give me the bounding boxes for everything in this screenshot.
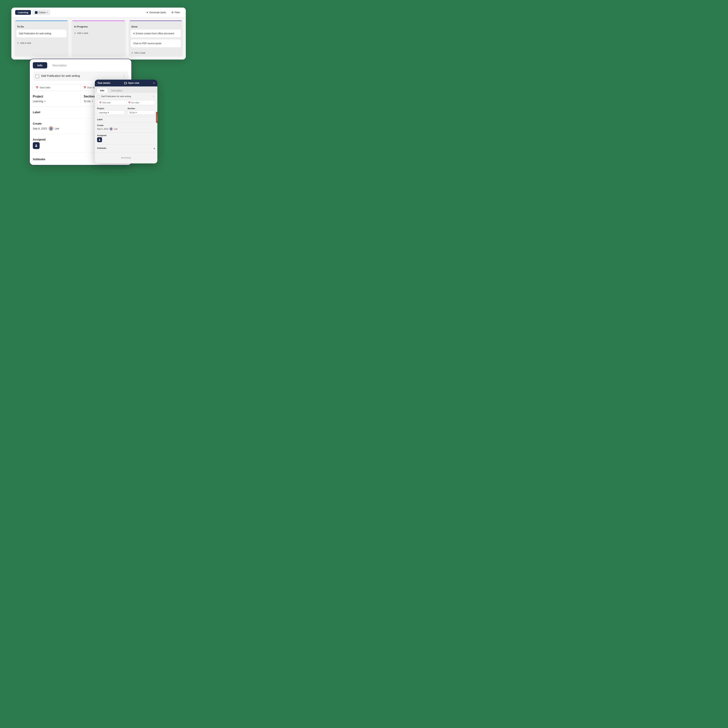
subtasks-heading: Subtasks	[33, 158, 46, 161]
tab-description-small[interactable]: Description	[108, 88, 125, 93]
small-subtasks-row: Subtasks +	[97, 146, 155, 151]
calendar-icon: 📅	[36, 86, 38, 89]
small-assigned-section: Assigned	[97, 134, 155, 142]
svg-point-0	[36, 144, 37, 145]
small-create-section: Create Sep 6, 2023 👤 Lee	[97, 124, 155, 131]
chevron-down-icon: ▾	[92, 100, 93, 102]
start-date-button[interactable]: 📅 Start date	[33, 84, 81, 91]
small-assigned-avatar[interactable]	[97, 137, 102, 142]
small-project-value: Learning	[99, 112, 107, 114]
task-card-chat[interactable]: Chat on PDF source quote	[131, 40, 181, 47]
task-text: Extract content from office document	[136, 32, 174, 35]
small-avatar: 👤	[109, 127, 113, 131]
inprogress-bar	[72, 20, 125, 21]
inprogress-header: In Progress	[72, 23, 125, 29]
column-done: Done Extract content from office documen…	[129, 20, 183, 57]
task-text: Dall Publication for web writing	[19, 32, 51, 35]
feedback-tab-small[interactable]: Feedback	[156, 112, 158, 123]
tab-description-large[interactable]: Description	[48, 62, 71, 69]
task-checkbox-small[interactable]	[97, 96, 100, 98]
task-more-button[interactable]: ⋮	[122, 74, 126, 78]
small-section-dropdown[interactable]: To Do ▾	[128, 110, 155, 115]
small-divider	[97, 116, 155, 117]
add-subtask-button-small[interactable]: +	[154, 147, 155, 150]
small-project-col: Project Learning ▾	[97, 107, 125, 115]
task-card-extract[interactable]: Extract content from office document	[131, 29, 181, 38]
add-task-button-inprogress[interactable]: + Add a task	[72, 29, 91, 37]
filter-icon: ⚙	[171, 11, 174, 14]
small-subtasks-heading: Subtasks	[97, 147, 106, 149]
close-button[interactable]: ×	[153, 81, 155, 84]
column-todo: To Do Dall Publication for web writing +…	[14, 20, 69, 57]
chevron-down-icon: ▾	[108, 111, 109, 114]
tab-caban[interactable]: Caban ▾	[32, 10, 50, 15]
board-columns: To Do Dall Publication for web writing +…	[11, 17, 186, 60]
small-panel-header: Task details Open chat ×	[95, 80, 158, 86]
avatar: 👤	[49, 126, 53, 131]
board-header: Learning Caban ▾ ✦ Generate tasks ⚙ Filt…	[11, 8, 186, 17]
section-value: To Do	[84, 100, 91, 103]
add-task-button-todo[interactable]: + Add a task	[14, 40, 34, 47]
task-card[interactable]: Dall Publication for web writing	[16, 29, 67, 38]
task-title-large: Dall Publication for web writing	[41, 74, 120, 77]
generate-tasks-button[interactable]: ✦ Generate tasks	[144, 10, 168, 15]
assigned-avatar[interactable]	[33, 142, 40, 149]
detail-tabs-large: Info Description	[30, 59, 132, 69]
chat-icon	[124, 82, 127, 84]
filter-button[interactable]: ⚙ Filter	[170, 10, 182, 15]
small-section-col: Section To Do ▾	[128, 107, 155, 115]
no-activity-label: No Activity	[97, 154, 155, 161]
small-project-label: Project	[97, 107, 125, 110]
small-divider	[97, 144, 155, 144]
small-label-heading: Label	[97, 118, 155, 121]
small-tabs: Info Description	[95, 86, 158, 93]
chevron-down-icon: ▾	[47, 11, 47, 14]
small-create-user: Lee	[114, 128, 117, 130]
caban-icon	[35, 11, 38, 14]
chevron-down-icon: ▾	[44, 100, 46, 102]
chevron-down-icon: ▾	[136, 111, 137, 114]
small-create-date: Sep 6, 2023	[97, 128, 108, 130]
todo-bar	[14, 20, 69, 21]
small-due-date-button[interactable]: 📅 Due date	[126, 100, 155, 105]
more-button-small[interactable]: ⋮	[153, 95, 155, 98]
small-divider	[97, 153, 155, 153]
caban-label: Caban	[38, 11, 46, 14]
todo-header: To Do	[14, 23, 69, 29]
calendar-icon: 📅	[128, 102, 130, 104]
user-icon	[35, 144, 38, 147]
project-col: Project Learning ▾	[33, 95, 78, 103]
small-divider	[97, 122, 155, 123]
calendar-icon: 📅	[99, 102, 101, 104]
project-label: Project	[33, 95, 78, 98]
small-assigned-heading: Assigned	[97, 134, 155, 136]
small-body: Dall Publication for web writing ⋮ 📅 Sta…	[95, 93, 158, 164]
task-checkbox-large[interactable]	[35, 75, 39, 78]
task-details-label: Task details	[98, 82, 110, 84]
tab-info-small[interactable]: Info	[97, 88, 107, 93]
done-bar	[129, 20, 183, 21]
small-project-dropdown[interactable]: Learning ▾	[97, 110, 125, 115]
open-chat-button[interactable]: Open chat	[124, 82, 139, 84]
project-dropdown[interactable]: Learning ▾	[33, 100, 78, 103]
kanban-board: Learning Caban ▾ ✦ Generate tasks ⚙ Filt…	[11, 8, 186, 60]
task-text: Chat on PDF source quote	[133, 42, 161, 45]
project-value: Learning	[33, 100, 43, 103]
small-date-row: 📅 Start date 📅 Due date	[97, 100, 155, 105]
small-section-value: To Do	[129, 112, 135, 114]
tab-info-large[interactable]: Info	[33, 62, 47, 69]
calendar-icon: 📅	[83, 86, 86, 89]
small-ps-row: Project Learning ▾ Section To Do ▾	[97, 107, 155, 115]
small-start-date-button[interactable]: 📅 Start date	[97, 100, 126, 105]
plus-icon: +	[17, 41, 19, 45]
add-task-button-done[interactable]: + Add a task	[129, 49, 148, 57]
user-icon	[98, 138, 101, 141]
plus-icon: +	[132, 51, 133, 55]
small-label-section: Label	[97, 118, 155, 121]
small-create-heading: Create	[97, 124, 155, 127]
small-task-row: Dall Publication for web writing ⋮	[97, 95, 155, 98]
column-inprogress: In Progress + Add a task	[72, 20, 125, 57]
tab-learning[interactable]: Learning	[15, 10, 31, 15]
create-date: Sep 6, 2023	[33, 127, 47, 130]
sparkle-icon: ✦	[146, 11, 148, 14]
